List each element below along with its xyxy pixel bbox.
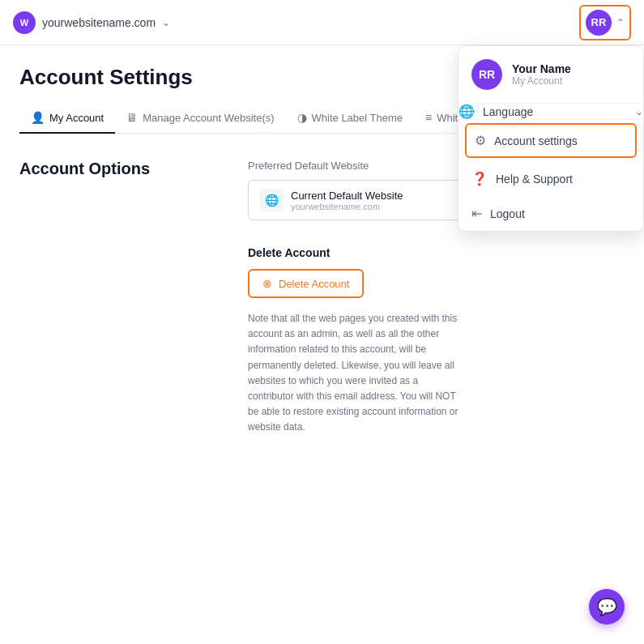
dropdown-user-sub: My Account [512, 75, 571, 87]
tab-my-account[interactable]: 👤 My Account [19, 103, 115, 134]
delete-account-label: Delete Account [248, 246, 625, 259]
header-right: RR ⌃ [579, 5, 631, 41]
dropdown-help-item[interactable]: ❓ Help & Support [458, 161, 643, 196]
header: W yourwebsitename.com ⌄ RR ⌃ [0, 0, 644, 45]
language-chevron-icon: ⌄ [635, 106, 643, 117]
website-selector-left: 🌐 Current Default Website yourwebsitenam… [260, 189, 403, 211]
manage-websites-icon: 🖥 [126, 111, 138, 124]
language-icon: 🌐 [458, 104, 475, 119]
help-item-left: ❓ Help & Support [471, 171, 573, 186]
site-chevron-icon[interactable]: ⌄ [162, 17, 170, 28]
dropdown-account-settings-item[interactable]: ⚙ Account settings [465, 123, 637, 158]
website-url: yourwebsitename.com [291, 202, 403, 211]
dropdown-menu: RR Your Name My Account 🌐 Language ⌄ ⚙ A… [458, 45, 644, 232]
white-label-theme-icon: ◑ [297, 111, 307, 124]
header-left: W yourwebsitename.com ⌄ [13, 11, 170, 34]
delete-account-note: Note that all the web pages you created … [248, 311, 467, 436]
avatar-chevron-icon: ⌃ [616, 17, 625, 28]
section-title-container: Account Options [19, 160, 222, 220]
delete-account-button[interactable]: ⊗ Delete Account [248, 269, 364, 298]
tab-manage-websites[interactable]: 🖥 Manage Account Website(s) [115, 103, 285, 134]
dropdown-user-details: Your Name My Account [512, 62, 571, 87]
help-icon: ❓ [471, 171, 488, 186]
website-info: Current Default Website yourwebsitename.… [291, 190, 403, 211]
my-account-icon: 👤 [31, 111, 45, 124]
dropdown-divider-1 [458, 119, 643, 120]
delete-icon: ⊗ [262, 277, 272, 290]
chat-icon: 💬 [597, 597, 617, 616]
chat-button[interactable]: 💬 [589, 589, 625, 625]
delete-account-section: Delete Account ⊗ Delete Account Note tha… [19, 246, 625, 436]
dropdown-logout-item[interactable]: ⇤ Logout [458, 196, 643, 231]
account-settings-item-left: ⚙ Account settings [475, 133, 578, 148]
avatar: RR [586, 10, 612, 36]
logout-item-left: ⇤ Logout [471, 206, 525, 221]
website-name: Current Default Website [291, 190, 403, 202]
section-title: Account Options [19, 160, 222, 178]
dropdown-user-info: RR Your Name My Account [458, 46, 643, 104]
site-logo: W [13, 11, 36, 34]
user-avatar-button[interactable]: RR ⌃ [579, 5, 631, 41]
site-name: yourwebsitename.com [42, 16, 156, 29]
logout-icon: ⇤ [471, 206, 482, 221]
dropdown-user-name: Your Name [512, 62, 571, 75]
dropdown-avatar: RR [471, 59, 502, 90]
tab-white-label-theme[interactable]: ◑ White Label Theme [286, 103, 415, 134]
language-item-left: 🌐 Language [458, 104, 533, 119]
white-label-websites-icon: ≡ [425, 111, 432, 124]
account-settings-icon: ⚙ [475, 133, 486, 148]
dropdown-language-item[interactable]: 🌐 Language ⌄ [458, 104, 643, 119]
website-globe-icon: 🌐 [260, 189, 283, 211]
